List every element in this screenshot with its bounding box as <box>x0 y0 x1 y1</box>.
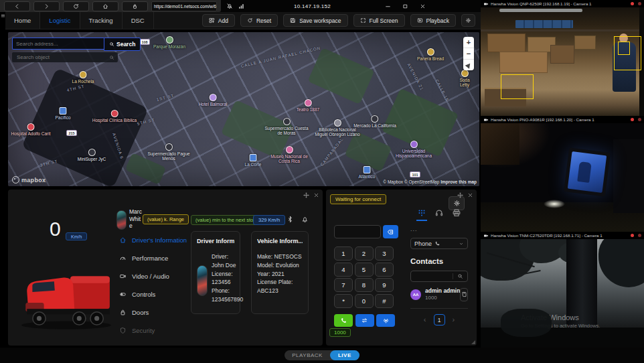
contact-row[interactable]: AA admin admin 1000 <box>410 287 468 301</box>
home-button[interactable] <box>92 1 118 11</box>
map-poi-universidad-hispanoamericana[interactable]: Universidad Hispanoamericana <box>390 141 438 159</box>
map-poi-supermercado-cuesta-de-moras[interactable]: Supermercado Cuesta de Moras <box>262 118 311 136</box>
playback-button[interactable]: Playback <box>410 14 457 27</box>
playback-live-toggle[interactable]: PLAYBACK LIVE <box>285 350 359 360</box>
keypad-key-*[interactable]: * <box>334 294 353 308</box>
map-poi-pac-fico[interactable]: Pacífico <box>55 107 70 120</box>
info-row: Driver: John Doe <box>212 252 237 270</box>
line-select[interactable]: Phone <box>410 238 468 249</box>
refresh-button[interactable] <box>63 1 89 11</box>
transfer-button[interactable] <box>355 314 374 327</box>
camera-tile-3[interactable]: Hanwha Vision TNM-C27520TDR [192.168.1.7… <box>481 232 644 348</box>
bell-icon[interactable] <box>301 216 309 223</box>
keypad-key-#[interactable]: # <box>375 294 394 308</box>
zoom-in-button[interactable]: + <box>463 37 474 48</box>
search-object-bar[interactable] <box>12 52 118 62</box>
close-icon[interactable] <box>420 3 426 9</box>
notifications-off-icon[interactable] <box>226 3 233 9</box>
screen: https://demo01.netsocs.com/w/6 10.147.19… <box>0 0 644 363</box>
search-object-input[interactable] <box>15 54 109 61</box>
keypad-key-8[interactable]: 8 <box>355 278 374 292</box>
driver-menu-item-controls[interactable]: Controls <box>119 285 191 303</box>
keypad-key-0[interactable]: 0 <box>355 294 374 308</box>
improve-map-link[interactable]: Improve this map <box>440 179 477 184</box>
map-poi-parque-moraz-n[interactable]: Parque Morazán <box>153 36 185 49</box>
maximize-icon[interactable] <box>402 3 408 9</box>
move-icon[interactable] <box>457 192 463 198</box>
keypad-key-3[interactable]: 3 <box>375 246 394 261</box>
map-poi-hotel-balmoral[interactable]: Hotel Balmoral <box>199 94 228 106</box>
search-button[interactable]: Search <box>104 38 141 51</box>
menu-icon[interactable] <box>1 13 5 18</box>
move-icon[interactable] <box>303 192 309 198</box>
mapbox-logo[interactable]: mapbox <box>12 176 46 184</box>
dial-number-input[interactable] <box>334 225 381 238</box>
save-workspace-button[interactable]: Save workspace <box>283 14 347 27</box>
map-poi-teatro-1887[interactable]: Teatro 1887 <box>297 99 319 112</box>
contact-search-input[interactable] <box>411 273 450 279</box>
map-poi-atl-ntico[interactable]: Atlántico <box>359 166 376 179</box>
keypad-key-2[interactable]: 2 <box>355 246 374 261</box>
keypad-key-7[interactable]: 7 <box>334 278 353 292</box>
secure-button[interactable] <box>122 1 148 11</box>
tab-tracking[interactable]: Tracking <box>80 12 123 29</box>
tab-home[interactable]: Home <box>5 12 40 29</box>
driver-menu-item-doors[interactable]: Doors <box>119 303 191 321</box>
live-toggle[interactable]: LIVE <box>330 350 359 360</box>
dialpad-tab[interactable] <box>417 208 426 218</box>
add-button[interactable]: Add <box>202 14 235 27</box>
resize-handle[interactable] <box>471 340 475 344</box>
keypad-key-9[interactable]: 9 <box>375 278 394 292</box>
driver-menu-item-performance[interactable]: Performance <box>119 249 191 267</box>
map-poi-hospital-adolfo-carit[interactable]: Hospital Adolfo Carit <box>11 123 51 136</box>
driver-menu-item-driver-s-information[interactable]: Driver's Information <box>119 231 191 249</box>
printer-tab[interactable] <box>452 208 461 218</box>
backspace-button[interactable] <box>383 225 398 238</box>
driver-menu-item-security[interactable]: Security <box>119 321 191 340</box>
contact-book-button[interactable] <box>460 288 468 301</box>
page-next-button[interactable]: › <box>453 316 455 323</box>
search-address-input[interactable] <box>12 38 104 50</box>
map-poi-hospital-cl-nica-b-blica[interactable]: Hospital Clínica Bíblica <box>92 110 137 123</box>
call-button[interactable] <box>334 314 353 327</box>
broadcast-button[interactable] <box>376 314 395 327</box>
close-icon[interactable] <box>313 192 319 198</box>
close-icon[interactable] <box>467 192 473 198</box>
keypad-key-5[interactable]: 5 <box>355 263 374 277</box>
map[interactable]: Parque MorazánLa RochelaPanera BreadSoda… <box>8 32 479 186</box>
map-poi-la-corte[interactable]: La Corte <box>245 154 262 167</box>
tab-dsc[interactable]: DSC <box>123 12 154 29</box>
tab-logistic[interactable]: Logistic <box>40 12 80 29</box>
map-poi-museo-nacional-de-costa-rica[interactable]: Museo Nacional de Costa Rica <box>265 146 313 164</box>
camera-tile-1[interactable]: Hanwha Vision QNP-6250R [192.168.1.19] -… <box>481 0 644 116</box>
minimize-icon[interactable] <box>385 3 391 9</box>
fullscreen-button[interactable]: Full Screen <box>353 14 405 27</box>
map-poi-soda-letty[interactable]: Soda Letty <box>457 70 472 88</box>
page-prev-button[interactable]: ‹ <box>424 316 426 323</box>
compass-button[interactable] <box>463 60 474 70</box>
reset-button[interactable]: Reset <box>240 14 278 27</box>
forward-button[interactable] <box>33 1 60 11</box>
map-poi-supermercado-pague-menos[interactable]: Supermercado Pague Menos <box>145 143 193 161</box>
keypad-key-4[interactable]: 4 <box>334 263 353 277</box>
contact-search[interactable] <box>410 271 468 282</box>
map-poi-panera-bread[interactable]: Panera Bread <box>417 48 444 61</box>
map-poi-la-rochela[interactable]: La Rochela <box>72 71 94 84</box>
shield-icon <box>119 327 127 334</box>
map-poi-biblioteca-nacional-miguel-obreg-n-lizano[interactable]: Biblioteca Nacional Miguel Obregón Lizan… <box>313 119 361 137</box>
url-bar[interactable]: https://demo01.netsocs.com/w/6 <box>151 1 217 11</box>
camera-icon <box>483 1 489 7</box>
camera-tile-2[interactable]: Hanwha Vision PNO-A9081R [192.168.1.20] … <box>481 116 644 232</box>
driver-menu-item-video-audio[interactable]: Video / Audio <box>119 267 191 285</box>
page-number[interactable]: 1 <box>434 314 445 325</box>
map-poi-minisuper-jyc[interactable]: MiniSuper JyC <box>78 149 106 161</box>
zoom-out-button[interactable]: − <box>463 48 474 60</box>
headset-tab[interactable] <box>434 208 444 218</box>
back-button[interactable] <box>4 1 30 11</box>
keypad-key-6[interactable]: 6 <box>375 263 394 277</box>
settings-button[interactable] <box>461 14 475 27</box>
pagination: ‹ 1 › <box>410 314 468 325</box>
playback-toggle[interactable]: PLAYBACK <box>285 352 330 358</box>
keypad-key-1[interactable]: 1 <box>334 246 353 261</box>
bluetooth-icon[interactable] <box>287 216 294 223</box>
